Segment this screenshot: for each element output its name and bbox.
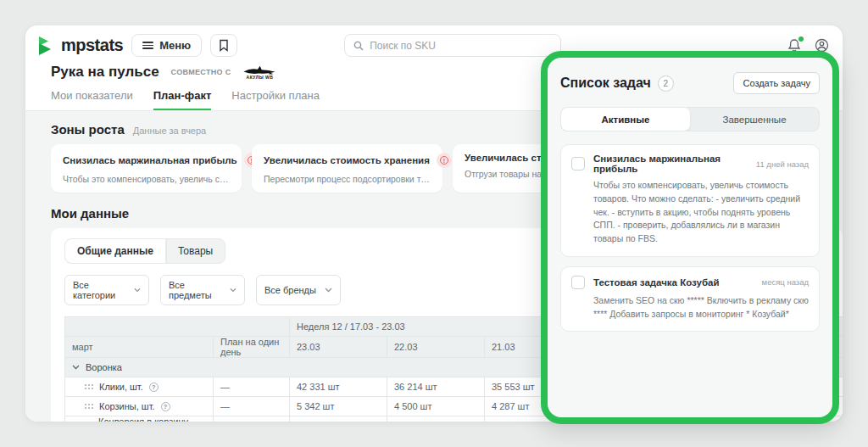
growth-card-text: Пересмотри процесс подсортировки товаров…: [264, 174, 431, 184]
task-title: Снизилась маржинальная прибыль: [593, 154, 748, 174]
data-view-tabs: Общие данные Товары: [64, 238, 225, 264]
cell-value: 12%: [387, 416, 485, 422]
task-checkbox[interactable]: [571, 276, 585, 289]
date-column-header: 22.03: [387, 337, 485, 358]
tab-my-indicators[interactable]: Мои показатели: [51, 89, 133, 110]
task-title: Тестовая задачка Козубай: [593, 277, 720, 288]
chevron-down-icon: [72, 365, 80, 370]
tab-active-tasks[interactable]: Активные: [561, 108, 690, 131]
chevron-down-icon: [325, 288, 332, 293]
task-status-tabs: Активные Завершенные: [560, 107, 820, 131]
plan-value: —: [214, 416, 290, 422]
bookmark-button[interactable]: [210, 34, 237, 57]
cell-value: 4 500 шт: [387, 397, 485, 416]
categories-filter-label: Все категории: [73, 280, 127, 300]
task-item-margin[interactable]: Снизилась маржинальная прибыль 11 дней н…: [560, 144, 820, 257]
task-timestamp: месяц назад: [762, 277, 809, 287]
month-label: март: [65, 337, 214, 358]
subjects-filter-label: Все предметы: [169, 280, 223, 300]
collab-brand-logo: АКУЛЫ WB: [242, 65, 276, 80]
plan-column-header: План на один день: [214, 337, 290, 358]
grid-handle-icon: [85, 384, 93, 390]
group-label: Воронка: [86, 362, 122, 372]
task-count-badge: 2: [658, 75, 674, 92]
search-icon: [353, 41, 364, 51]
task-panel-header: Список задач 2 Создать задачу: [560, 72, 820, 94]
mpstats-logo[interactable]: mpstats: [37, 36, 123, 56]
bookmark-icon: [219, 39, 229, 52]
growth-card-text: Чтобы это компенсировать, увеличь стоимо…: [63, 174, 230, 184]
collab-brand-name: АКУЛЫ WB: [247, 75, 274, 80]
warning-icon: !: [437, 153, 452, 168]
mpstats-logo-icon: [37, 36, 56, 56]
task-list: Снизилась маржинальная прибыль 11 дней н…: [560, 144, 820, 332]
growth-card-title: Снизилась маржинальная прибыль: [63, 155, 237, 165]
help-icon[interactable]: ?: [149, 383, 159, 392]
date-column-header: 23.03: [290, 337, 387, 358]
row-label: Конверсия в корзину, %: [98, 416, 191, 422]
plan-value: —: [214, 397, 290, 416]
search-box[interactable]: [344, 34, 561, 57]
task-panel-title: Список задач: [560, 75, 651, 91]
growth-zones-subtitle: Данные за вчера: [133, 126, 206, 136]
growth-zones-title: Зоны роста: [51, 122, 125, 137]
page-title: Рука на пульсе: [51, 64, 159, 81]
cell-value: 36 214 шт: [387, 377, 485, 397]
task-description: Заменить SEO на скю ***** Включить в рек…: [593, 294, 809, 321]
task-description: Чтобы это компенсировать, увеличь стоимо…: [593, 179, 809, 246]
growth-card-storage[interactable]: Увеличилась стоимость хранения ! Пересмо…: [252, 144, 442, 193]
chevron-down-icon: [230, 288, 236, 293]
tab-plan-settings[interactable]: Настройки плана: [231, 89, 320, 110]
cell-value: 5 342 шт: [290, 397, 387, 416]
categories-filter[interactable]: Все категории: [64, 275, 149, 305]
tab-general-data[interactable]: Общие данные: [65, 239, 166, 263]
subjects-filter[interactable]: Все предметы: [160, 275, 245, 305]
notification-dot: [798, 36, 804, 42]
tab-plan-fact[interactable]: План-факт: [153, 89, 212, 110]
row-label: Корзины, шт.: [99, 401, 155, 411]
menu-button-label: Меню: [159, 39, 191, 52]
chevron-down-icon: [134, 288, 141, 293]
brands-filter-label: Все бренды: [264, 285, 316, 295]
task-item-test[interactable]: Тестовая задачка Козубай месяц назад Зам…: [560, 266, 820, 332]
row-label: Клики, шт.: [99, 382, 143, 392]
tab-products[interactable]: Товары: [166, 239, 225, 263]
tab-completed-tasks[interactable]: Завершенные: [690, 108, 819, 131]
brand-name: mpstats: [61, 36, 123, 55]
shark-icon: [242, 65, 276, 75]
growth-card-title: Увеличилась стоимость хранения: [264, 155, 430, 165]
growth-card-margin[interactable]: Снизилась маржинальная прибыль ! Чтобы э…: [51, 144, 242, 193]
page-background: { "colors": { "accent_green": "#2abf52",…: [0, 0, 868, 447]
cell-value: 42 331 шт: [290, 377, 387, 397]
task-list-panel: Список задач 2 Создать задачу Активные З…: [541, 51, 839, 424]
brands-filter[interactable]: Все бренды: [256, 275, 341, 305]
hamburger-icon: [142, 42, 153, 49]
menu-button[interactable]: Меню: [131, 34, 202, 57]
help-icon[interactable]: ?: [161, 402, 170, 411]
task-checkbox[interactable]: [571, 157, 585, 170]
task-timestamp: 11 дней назад: [756, 159, 809, 169]
grid-handle-icon: [85, 404, 93, 410]
cell-value: 13%: [290, 416, 387, 422]
search-input[interactable]: [370, 40, 552, 52]
plan-value: —: [214, 377, 290, 397]
create-task-button[interactable]: Создать задачу: [733, 72, 820, 94]
collab-label: совместно с: [171, 68, 231, 76]
